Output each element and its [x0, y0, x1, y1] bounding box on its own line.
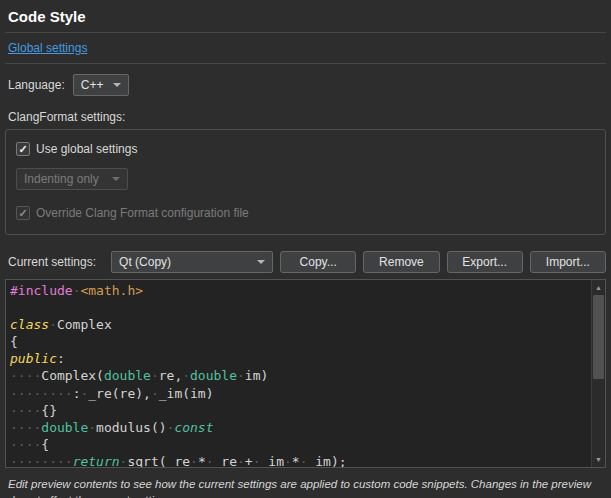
checkmark-icon: ✓: [18, 144, 27, 155]
chevron-down-icon: [257, 260, 265, 264]
chevron-down-icon: [113, 83, 121, 87]
global-settings-link[interactable]: Global settings: [8, 41, 87, 55]
scroll-down-icon[interactable]: ▼: [592, 452, 605, 467]
use-global-settings-checkbox[interactable]: ✓ Use global settings: [16, 142, 595, 156]
scrollbar-thumb[interactable]: [593, 295, 604, 379]
clangformat-mode-dropdown[interactable]: Indenting only: [16, 168, 128, 190]
code-line[interactable]: {: [10, 333, 591, 350]
current-settings-row: Current settings: Qt (Copy) Copy... Remo…: [8, 251, 606, 273]
code-line[interactable]: [10, 299, 591, 316]
clangformat-settings-label: ClangFormat settings:: [8, 110, 606, 124]
code-area[interactable]: #include·<math.h>class·Complex{public:··…: [6, 280, 591, 467]
code-line[interactable]: ····Complex(double·re,·double·im): [10, 367, 591, 384]
code-style-dropdown-value: Qt (Copy): [119, 255, 171, 269]
checkmark-icon: ✓: [18, 208, 27, 219]
code-preview-editor[interactable]: #include·<math.h>class·Complex{public:··…: [5, 279, 606, 468]
code-line[interactable]: ········return·sqrt(_re·*·_re·+·_im·*·_i…: [10, 453, 591, 468]
link-divider: [5, 63, 606, 64]
code-line[interactable]: ····double·modulus()·const: [10, 419, 591, 436]
copy-button[interactable]: Copy...: [280, 251, 356, 273]
language-dropdown-value: C++: [81, 78, 104, 92]
code-line[interactable]: #include·<math.h>: [10, 282, 591, 299]
current-settings-label: Current settings:: [8, 255, 96, 269]
language-dropdown[interactable]: C++: [73, 74, 130, 96]
language-label: Language:: [8, 78, 65, 92]
checkbox-box: ✓: [16, 142, 30, 156]
footer-help-text: Edit preview contents to see how the cur…: [8, 477, 603, 498]
language-row: Language: C++: [8, 74, 606, 96]
override-config-label: Override Clang Format configuration file: [36, 206, 249, 220]
import-button[interactable]: Import...: [530, 251, 606, 273]
clangformat-groupbox: ✓ Use global settings Indenting only ✓ O…: [5, 129, 606, 235]
page-title: Code Style: [8, 8, 606, 25]
code-style-page: Code Style Global settings Language: C++…: [0, 0, 611, 498]
override-config-checkbox[interactable]: ✓ Override Clang Format configuration fi…: [16, 206, 595, 220]
code-line[interactable]: class·Complex: [10, 316, 591, 333]
title-divider: [5, 32, 606, 33]
code-line[interactable]: ········:·_re(re),·_im(im): [10, 385, 591, 402]
scroll-up-icon[interactable]: ▲: [592, 280, 605, 295]
code-style-dropdown[interactable]: Qt (Copy): [111, 251, 273, 273]
checkbox-box: ✓: [16, 206, 30, 220]
use-global-settings-label: Use global settings: [36, 142, 137, 156]
clangformat-mode-value: Indenting only: [24, 172, 99, 186]
code-line[interactable]: ····{: [10, 436, 591, 453]
code-line[interactable]: ····{}: [10, 402, 591, 419]
chevron-down-icon: [112, 177, 120, 181]
remove-button[interactable]: Remove: [363, 251, 439, 273]
code-line[interactable]: public:: [10, 350, 591, 367]
vertical-scrollbar[interactable]: ▲ ▼: [591, 280, 605, 467]
export-button[interactable]: Export...: [447, 251, 523, 273]
